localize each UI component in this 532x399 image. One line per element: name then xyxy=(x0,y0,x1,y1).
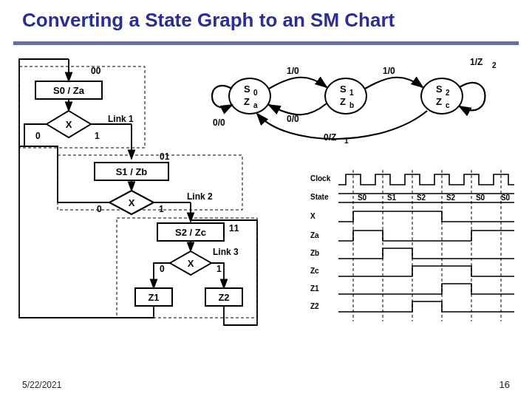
svg-text:S2: S2 xyxy=(446,194,456,202)
timing-zb-label: Zb xyxy=(310,249,319,257)
sm-b1c: 1 xyxy=(216,264,222,274)
diagram-area: S0 / Za 00 X Link 1 0 1 xyxy=(13,52,519,347)
footer-page: 16 xyxy=(499,379,510,390)
timing-clock-label: Clock xyxy=(310,174,331,183)
svg-text:1: 1 xyxy=(349,89,354,97)
footer-date: 5/22/2021 xyxy=(22,380,61,390)
sm-link1: Link 1 xyxy=(108,114,134,124)
svg-text:b: b xyxy=(349,101,354,109)
svg-text:Z: Z xyxy=(244,96,250,107)
sm-dec1: X xyxy=(66,119,72,130)
sm-s2-code: 11 xyxy=(229,223,239,233)
svg-text:S0: S0 xyxy=(476,194,485,202)
title-divider xyxy=(13,41,519,45)
svg-text:S1: S1 xyxy=(387,194,397,202)
sm-s1-code: 01 xyxy=(160,151,170,162)
sm-z1: Z1 xyxy=(148,292,159,303)
svg-text:0/Z: 0/Z xyxy=(324,132,336,143)
sm-b1b: 1 xyxy=(159,204,164,214)
sm-b0a: 0 xyxy=(35,131,41,141)
timing-z2-label: Z2 xyxy=(310,302,319,310)
edge-01: 0/0 xyxy=(287,114,299,124)
svg-text:S: S xyxy=(244,83,250,95)
timing-z1-label: Z1 xyxy=(310,284,319,293)
svg-text:S: S xyxy=(436,83,443,95)
timing-x-label: X xyxy=(310,212,316,220)
svg-text:S: S xyxy=(340,83,347,95)
sm-s2-label: S2 / Zc xyxy=(175,227,206,238)
timing-za-label: Za xyxy=(310,231,319,239)
page-title: Converting a State Graph to an SM Chart xyxy=(22,9,395,32)
sm-s0-code: 00 xyxy=(91,66,101,76)
svg-text:Z: Z xyxy=(340,96,346,107)
timing-diagram: Clock State S0 S1 S2 S2 S0 S0 X Za xyxy=(309,170,516,325)
timing-zc-label: Zc xyxy=(310,267,319,275)
svg-text:a: a xyxy=(253,101,258,109)
edge-self0: 0/0 xyxy=(213,117,225,128)
edge-00: 1/0 xyxy=(287,66,299,76)
sm-b0c: 0 xyxy=(160,264,165,274)
svg-text:S2: S2 xyxy=(417,194,426,202)
svg-text:c: c xyxy=(446,101,450,109)
svg-text:1/Z: 1/Z xyxy=(470,57,482,67)
sm-dec2: X xyxy=(129,197,135,208)
svg-text:S0: S0 xyxy=(358,194,367,202)
sm-dec3: X xyxy=(188,258,194,269)
svg-text:1: 1 xyxy=(344,137,349,145)
sm-chart: S0 / Za 00 X Link 1 0 1 xyxy=(19,59,257,325)
timing-state-label: State xyxy=(310,193,329,201)
svg-text:S0: S0 xyxy=(501,194,511,202)
edge-12: 1/0 xyxy=(383,66,395,76)
svg-text:0: 0 xyxy=(253,89,258,97)
sm-b0b: 0 xyxy=(97,204,102,214)
state-graph: S 0 Z a 0/0 S 1 Z b S 2 Z c xyxy=(212,57,497,145)
sm-link2: Link 2 xyxy=(187,191,213,202)
sm-z2: Z2 xyxy=(218,292,229,303)
sm-b1a: 1 xyxy=(95,131,100,141)
sm-s0-label: S0 / Za xyxy=(53,85,85,96)
sm-link3: Link 3 xyxy=(213,247,239,257)
svg-text:2: 2 xyxy=(492,61,497,69)
svg-text:Z: Z xyxy=(436,96,442,107)
svg-text:2: 2 xyxy=(446,89,450,97)
sm-s1-label: S1 / Zb xyxy=(116,166,148,177)
